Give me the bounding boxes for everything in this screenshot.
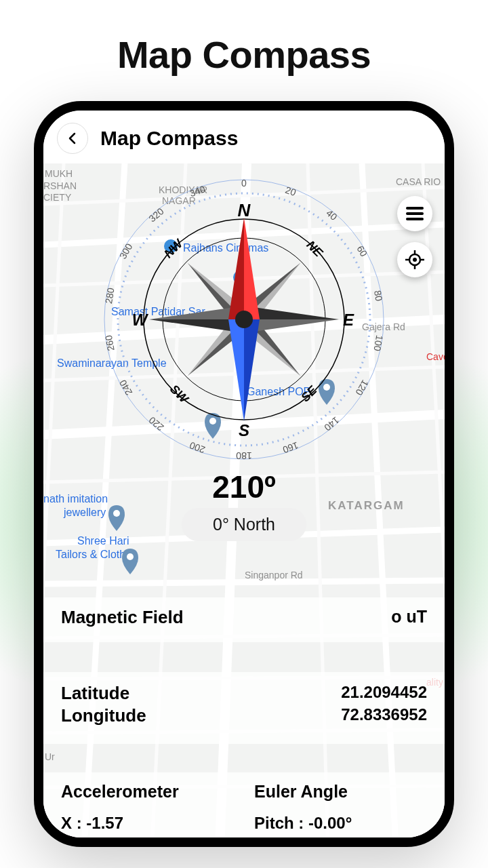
hamburger-icon [406, 206, 424, 221]
latitude-label: Latitude [61, 683, 129, 704]
svg-text:CASA RIO: CASA RIO [396, 176, 441, 187]
crosshair-icon [405, 250, 425, 270]
svg-text:240: 240 [117, 378, 135, 397]
svg-point-26 [127, 553, 134, 560]
svg-point-73 [235, 311, 253, 328]
locate-me-button[interactable] [397, 242, 432, 277]
accelerometer-x: X : -1.57 [61, 814, 234, 833]
svg-text:60: 60 [355, 244, 370, 259]
svg-text:CIETY: CIETY [43, 192, 72, 203]
accelerometer-label: Accelerometer [61, 782, 234, 802]
magnetic-value: o uT [391, 607, 427, 627]
svg-text:80: 80 [372, 290, 384, 302]
euler-label: Euler Angle [254, 782, 427, 802]
phone-frame: Map Compass [34, 101, 454, 847]
svg-text:220: 220 [146, 414, 165, 433]
svg-text:MUKH: MUKH [45, 168, 73, 179]
chevron-left-icon [66, 132, 79, 145]
magnetic-label: Magnetic Field [61, 607, 184, 627]
svg-text:100: 100 [371, 334, 385, 352]
svg-text:140: 140 [322, 415, 341, 433]
back-button[interactable] [57, 123, 88, 154]
map-menu-button[interactable] [397, 196, 432, 231]
svg-text:120: 120 [353, 378, 371, 397]
svg-text:320: 320 [146, 205, 165, 224]
map-view[interactable]: KHODIYAR NAGAR CASA RIO MUKH RSHAN CIETY… [43, 163, 445, 847]
svg-rect-75 [406, 212, 424, 215]
svg-text:Cave: Cave [426, 351, 445, 362]
location-panel: Latitude 21.2094452 Longitude 72.8336952 [43, 672, 445, 744]
svg-text:N: N [238, 200, 251, 220]
svg-text:300: 300 [117, 241, 135, 260]
north-direction-pill[interactable]: 0° North [182, 508, 306, 541]
app-title: Map Compass [100, 127, 238, 150]
longitude-value: 72.8336952 [341, 705, 427, 724]
svg-text:40: 40 [324, 208, 339, 222]
euler-pitch: Pitch : -0.00° [254, 814, 427, 833]
svg-text:W: W [132, 311, 149, 329]
magnetic-field-panel: Magnetic Field o uT [43, 597, 445, 642]
svg-marker-72 [244, 319, 260, 421]
app-header: Map Compass [43, 111, 445, 163]
svg-text:RSHAN: RSHAN [43, 180, 77, 191]
svg-text:260: 260 [103, 334, 117, 352]
promo-title: Map Compass [0, 0, 488, 89]
svg-text:E: E [343, 311, 354, 329]
latitude-value: 21.2094452 [341, 683, 427, 702]
compass-dial: 0204060801001201401601802002202402602803… [95, 170, 393, 469]
svg-text:Singanpor Rd: Singanpor Rd [245, 570, 303, 580]
svg-text:280: 280 [103, 287, 117, 304]
svg-text:0: 0 [241, 178, 247, 189]
svg-point-78 [413, 258, 417, 262]
longitude-label: Longitude [61, 705, 146, 726]
svg-marker-70 [228, 218, 244, 319]
heading-degrees: 210º [43, 469, 445, 505]
svg-text:Ur: Ur [45, 751, 55, 762]
svg-text:S: S [239, 421, 249, 439]
svg-marker-71 [228, 319, 244, 421]
sensors-panel: Accelerometer X : -1.57 Euler Angle Pitc… [43, 772, 445, 847]
svg-marker-69 [244, 218, 260, 319]
svg-text:180: 180 [236, 450, 252, 461]
svg-rect-76 [406, 218, 424, 220]
svg-text:200: 200 [188, 440, 207, 456]
svg-rect-74 [406, 207, 424, 210]
